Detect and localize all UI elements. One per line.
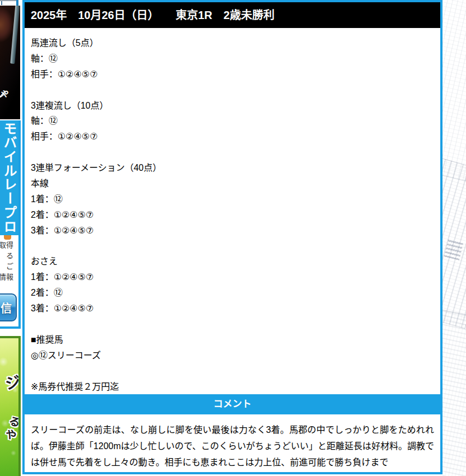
spacer <box>31 316 434 332</box>
spacer <box>31 144 434 160</box>
green-banner-text-fragment: るや <box>1 414 21 444</box>
sanrenpuku-title: 3連複流し（10点） <box>31 98 434 114</box>
sidebar-info-text: 取得 る ご 情報 <box>0 240 13 282</box>
sidebar-box-remnant <box>0 0 21 6</box>
comment-body: スリーコーズの前走は、なし崩しに脚を使い最後は力なく3着。馬郡の中でしっかりと脚… <box>25 414 440 470</box>
photo-caption-fragment: や <box>0 86 11 100</box>
spacer <box>31 82 434 98</box>
osae-second: 2着：⑫ <box>31 285 434 301</box>
newspaper-watermark <box>443 0 466 476</box>
sidebar-green-ad-banner[interactable]: ジ るや <box>0 336 21 476</box>
race-title-bar: 2025年 10月26日（日） 東京1R 2歳未勝利 <box>25 2 440 28</box>
osae-first: 1着：①②④⑤⑦ <box>31 269 434 285</box>
remnant-border-top <box>0 0 16 1</box>
sidebar-ad-photo[interactable]: や <box>0 6 20 119</box>
sanrenpuku-axis: 軸：⑫ <box>31 113 434 129</box>
comment-header-button[interactable]: コメント <box>25 394 440 414</box>
recommend-horse: ◎⑫スリーコーズ <box>31 348 434 363</box>
sidebar-info-line: 情報 <box>0 272 13 282</box>
green-banner-text-fragment: ジ <box>3 370 21 394</box>
banner-graphic-fragment <box>4 235 11 240</box>
umaren-partners: 相手：①②④⑤⑦ <box>31 67 434 82</box>
phone-in-photo <box>10 6 20 64</box>
race-tip-panel: 2025年 10月26日（日） 東京1R 2歳未勝利 馬連流し（5点） 軸：⑫ … <box>22 0 443 474</box>
recommend-label: ■推奨馬 <box>31 332 434 348</box>
sidebar-info-line: 取得 <box>0 240 13 250</box>
osae-third: 3着：①②④⑤⑦ <box>31 301 434 316</box>
osae-label: おさえ <box>31 254 434 269</box>
spacer <box>31 363 434 379</box>
send-button-label: 信 <box>1 300 12 316</box>
sidebar-info-line: る <box>0 250 13 261</box>
send-button[interactable]: 信 <box>0 293 17 321</box>
umaren-title: 馬連流し（5点） <box>31 35 434 51</box>
umaren-axis: 軸：⑫ <box>31 51 434 67</box>
spacer <box>31 239 434 254</box>
mobile-racepro-banner-label: モバイルレープロ <box>0 122 18 234</box>
mobile-racepro-banner[interactable]: モバイルレープロ <box>0 120 18 235</box>
page: や モバイルレープロ 取得 る ご 情報 信 ジ るや 2025年 10月26日… <box>0 0 466 476</box>
honsen-third: 3着：①②④⑤⑦ <box>31 223 434 239</box>
watermark-sheet-bottom <box>443 307 466 476</box>
sanrentan-title: 3連単フォーメーション（40点） <box>31 160 434 176</box>
sidebar-info-line: ご <box>0 261 13 272</box>
sidebar-mobile-racepro-box: モバイルレープロ 取得 る ご 情報 信 <box>0 120 21 329</box>
honsen-second: 2着：①②④⑤⑦ <box>31 207 434 223</box>
sanrenpuku-partners: 相手：①②④⑤⑦ <box>31 129 434 144</box>
watermark-sheet-top <box>443 0 466 181</box>
honsen-label: 本線 <box>31 176 434 192</box>
remnant-border-right <box>16 0 18 6</box>
bet-list: 馬連流し（5点） 軸：⑫ 相手：①②④⑤⑦ 3連複流し（10点） 軸：⑫ 相手：… <box>25 28 440 394</box>
honsen-first: 1着：⑫ <box>31 192 434 207</box>
budget-note: ※馬券代推奨２万円迄 <box>31 379 434 395</box>
